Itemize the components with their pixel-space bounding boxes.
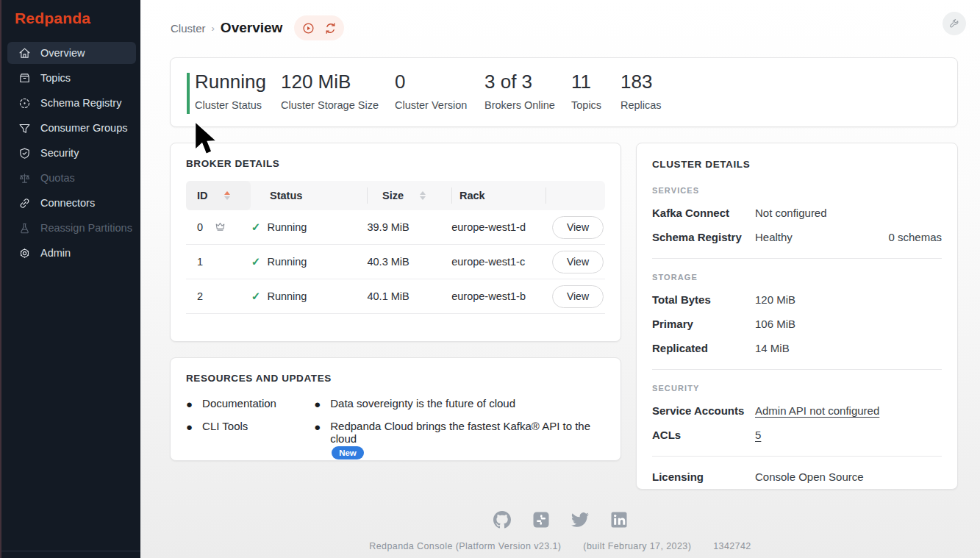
controller-crown-icon (214, 220, 251, 235)
broker-rack: europe-west1-c (451, 256, 552, 268)
status-accent-bar (187, 73, 190, 114)
replicated-row: Replicated 14 MiB (652, 342, 942, 354)
blog-link[interactable]: Redpanda Cloud brings the fastest Kafka®… (330, 420, 605, 445)
sidebar-item-label: Quotas (40, 172, 75, 184)
broker-rack: europe-west1-d (451, 221, 552, 233)
sidebar-item-reassign-partitions: Reassign Partitions (7, 217, 136, 239)
slack-icon[interactable] (532, 510, 551, 529)
sidebar-item-label: Consumer Groups (40, 122, 127, 134)
stat-value: Running (195, 71, 266, 93)
sidebar-item-label: Admin (40, 247, 71, 259)
linkedin-icon[interactable] (609, 510, 629, 529)
twitter-icon[interactable] (571, 510, 590, 529)
breadcrumb: Cluster › Overview (171, 15, 344, 40)
column-header-size[interactable]: Size (368, 190, 451, 201)
broker-size: 39.9 MiB (367, 221, 451, 233)
schema-registry-icon (18, 96, 31, 110)
divider (652, 456, 942, 457)
primary-row: Primary 106 MiB (652, 318, 942, 330)
column-header-status[interactable]: Status (251, 190, 367, 201)
check-icon: ✓ (251, 255, 261, 268)
sort-icon (420, 191, 426, 200)
breadcrumb-cluster-link[interactable]: Cluster (171, 22, 206, 35)
row-label: Schema Registry (652, 231, 755, 243)
broker-details-title: BROKER DETAILS (186, 158, 605, 169)
redpanda-console-app: Redpanda Overview Topics Schema Registry (0, 0, 980, 558)
column-label: Size (382, 190, 404, 201)
column-header-rack[interactable]: Rack (452, 190, 546, 201)
broker-row-0: 0 ✓ Running 39.9 MiB europe-west1-d View (186, 210, 605, 245)
sidebar-item-security[interactable]: Security (7, 142, 136, 164)
resources-lists: ● Documentation ● CLI Tools ● Data sover… (186, 397, 605, 459)
row-label: Replicated (652, 342, 755, 354)
stat-value: 120 MiB (281, 71, 379, 93)
view-broker-button[interactable]: View (552, 251, 604, 273)
row-label: Service Accounts (652, 404, 755, 417)
sidebar-item-label: Topics (40, 72, 71, 84)
stat-storage-size: 120 MiB Cluster Storage Size (281, 71, 379, 111)
flask-icon (18, 221, 31, 235)
shield-icon (18, 146, 31, 160)
broker-size: 40.1 MiB (367, 290, 451, 302)
broker-size: 40.3 MiB (367, 256, 451, 268)
view-broker-button[interactable]: View (552, 216, 604, 239)
status-text: Running (267, 256, 307, 268)
stat-label: Cluster Version (395, 99, 467, 111)
breadcrumb-actions (294, 15, 344, 40)
sidebar-bottom-divider (1, 551, 140, 551)
stat-label: Replicas (620, 99, 662, 111)
view-broker-button[interactable]: View (552, 285, 604, 308)
cli-tools-link[interactable]: CLI Tools (202, 420, 248, 434)
main-content: Cluster › Overview (140, 0, 980, 558)
check-icon: ✓ (251, 221, 261, 234)
sidebar: Redpanda Overview Topics Schema Registry (0, 0, 140, 558)
row-label: Primary (652, 318, 755, 330)
documentation-link[interactable]: Documentation (202, 397, 276, 411)
stat-label: Topics (571, 99, 601, 111)
column-label: Rack (459, 190, 485, 201)
sidebar-item-label: Connectors (40, 197, 95, 209)
column-label: ID (197, 190, 208, 201)
social-links (140, 510, 980, 529)
security-heading: SECURITY (652, 384, 942, 393)
broker-table-header: ID Status Size Rack (186, 181, 605, 210)
sidebar-item-quotas: Quotas (7, 167, 136, 189)
broker-row-2: 2 ✓ Running 40.1 MiB europe-west1-b View (186, 279, 605, 314)
schema-registry-row: Schema Registry Healthy 0 schemas (652, 231, 942, 243)
resources-left-list: ● Documentation ● CLI Tools (186, 397, 314, 459)
settings-wrench-button[interactable] (943, 12, 966, 35)
stat-value: 11 (571, 71, 601, 93)
stat-replicas: 183 Replicas (620, 71, 662, 111)
stat-label: Cluster Storage Size (281, 99, 379, 111)
sidebar-item-connectors[interactable]: Connectors (7, 192, 136, 214)
refresh-button[interactable] (321, 18, 340, 37)
sidebar-item-consumer-groups[interactable]: Consumer Groups (7, 117, 136, 139)
page-title: Overview (221, 20, 283, 36)
footer-build-date: (built February 17, 2023) (583, 541, 691, 551)
chevron-right-icon: › (212, 23, 215, 34)
bullet-icon: ● (186, 420, 193, 434)
cluster-details-panel: CLUSTER DETAILS SERVICES Kafka Connect N… (636, 143, 958, 490)
admin-api-link[interactable]: Admin API not configured (755, 404, 879, 417)
autorefresh-play-button[interactable] (298, 18, 318, 37)
row-value: Healthy (755, 231, 793, 243)
bullet-icon: ● (186, 397, 193, 411)
row-value: 120 MiB (755, 293, 795, 306)
column-header-id[interactable]: ID (186, 181, 251, 210)
broker-status: ✓ Running (251, 255, 368, 268)
redpanda-logo[interactable]: Redpanda (15, 10, 90, 27)
sidebar-item-overview[interactable]: Overview (7, 42, 136, 64)
github-icon[interactable] (493, 510, 512, 529)
blog-link[interactable]: Data sovereignty is the future of cloud (330, 397, 515, 411)
status-text: Running (267, 221, 307, 233)
total-bytes-row: Total Bytes 120 MiB (652, 293, 942, 306)
consumer-groups-icon (18, 121, 31, 135)
footer: Redpanda Console (Platform Version v23.1… (140, 541, 980, 551)
sidebar-item-admin[interactable]: Admin (7, 242, 136, 264)
topics-icon (18, 71, 31, 85)
bullet-icon: ● (314, 420, 321, 445)
sidebar-item-schema-registry[interactable]: Schema Registry (7, 92, 136, 114)
acls-count-link[interactable]: 5 (755, 429, 761, 441)
stat-topics: 11 Topics (571, 71, 601, 111)
sidebar-item-topics[interactable]: Topics (7, 67, 136, 89)
